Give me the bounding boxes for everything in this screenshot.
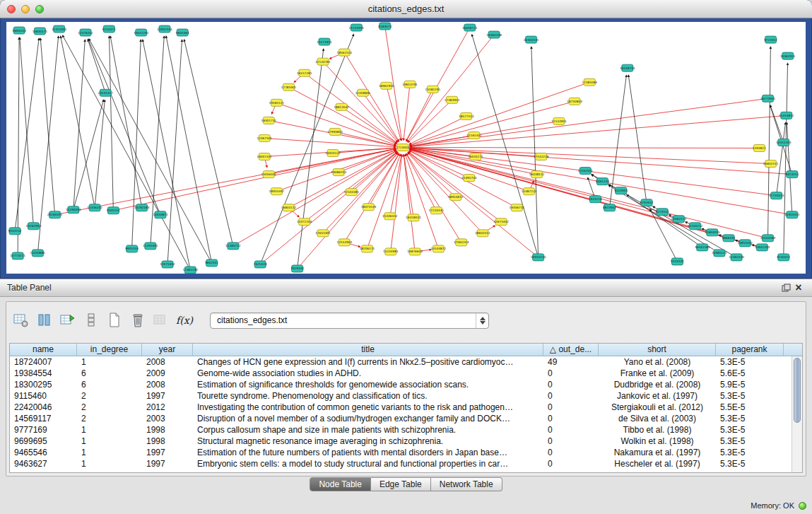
graph-node[interactable]: 17062203 bbox=[454, 239, 469, 246]
graph-node[interactable]: 9313251 bbox=[785, 171, 799, 178]
graph-node[interactable]: 9505151 bbox=[107, 207, 120, 214]
graph-node[interactable]: 16648721 bbox=[462, 24, 478, 31]
column-header-short[interactable]: short bbox=[599, 344, 716, 356]
graph-node[interactable]: 9723412 bbox=[764, 36, 777, 43]
graph-node[interactable]: 17485083 bbox=[582, 78, 598, 86]
function-builder-icon[interactable]: f(x) bbox=[175, 310, 194, 330]
graph-node[interactable]: 9123904 bbox=[614, 187, 628, 194]
graph-node[interactable]: 17542218 bbox=[534, 153, 549, 160]
graph-node[interactable]: 1724004 bbox=[396, 144, 410, 151]
table-row[interactable]: 911546021997Tourette syndrome. Phenomeno… bbox=[10, 390, 792, 402]
graph-node[interactable]: 9245031 bbox=[671, 258, 684, 265]
graph-node[interactable]: 12455103 bbox=[776, 139, 792, 146]
graph-node[interactable]: 16007437 bbox=[257, 153, 272, 160]
graph-node[interactable]: 16042183 bbox=[695, 244, 710, 251]
graph-node[interactable]: 16945210 bbox=[531, 254, 546, 261]
graph-node[interactable]: 12367501 bbox=[257, 134, 272, 141]
graph-node[interactable]: 10462951 bbox=[780, 52, 796, 59]
graph-node[interactable]: 18955497 bbox=[269, 188, 285, 195]
graph-node[interactable]: 12043881 bbox=[30, 250, 46, 257]
graph-node[interactable]: 19356711 bbox=[510, 204, 525, 211]
graph-node[interactable]: 12162041 bbox=[577, 168, 593, 175]
graph-node[interactable]: 9273551 bbox=[656, 209, 669, 216]
graph-node[interactable]: 19086703 bbox=[331, 169, 346, 176]
graph-node[interactable]: 18301751 bbox=[261, 117, 277, 124]
graph-node[interactable]: 15290094 bbox=[66, 206, 81, 214]
graph-node[interactable]: 6791912 bbox=[640, 199, 654, 206]
graph-node[interactable]: 16044271 bbox=[468, 153, 483, 160]
graph-node[interactable]: 12675402 bbox=[493, 218, 509, 226]
graph-node[interactable]: 10641292 bbox=[134, 29, 149, 36]
graph-node[interactable]: 11544901 bbox=[551, 117, 567, 124]
table-row[interactable]: 1830029562008Estimation of significance … bbox=[10, 379, 792, 390]
graph-node[interactable]: 15582291 bbox=[425, 86, 441, 93]
graph-node[interactable]: 11462530 bbox=[729, 254, 744, 261]
scrollbar-thumb[interactable] bbox=[794, 358, 801, 423]
graph-node[interactable]: 11456202 bbox=[87, 204, 102, 211]
graph-node[interactable]: 16273941 bbox=[760, 95, 776, 102]
graph-node[interactable]: 17483901 bbox=[445, 96, 460, 103]
graph-node[interactable]: 20531427 bbox=[98, 89, 113, 96]
column-header-title[interactable]: title bbox=[193, 344, 543, 356]
graph-node[interactable]: 11842203 bbox=[755, 244, 770, 251]
graph-node[interactable]: 10292184 bbox=[134, 204, 150, 211]
graph-node[interactable]: 15372104 bbox=[297, 218, 312, 226]
graph-node[interactable]: 16832511 bbox=[763, 160, 779, 168]
close-panel-icon[interactable]: × bbox=[792, 282, 805, 293]
graph-node[interactable]: 14534872 bbox=[431, 245, 447, 252]
column-header-year[interactable]: year bbox=[142, 344, 193, 356]
graph-node[interactable]: 16876603 bbox=[407, 248, 423, 255]
graph-node[interactable]: 16038112 bbox=[529, 171, 545, 178]
table-row[interactable]: 977716911998Corpus callosum shape and si… bbox=[10, 424, 792, 436]
graph-node[interactable]: 15487223 bbox=[522, 188, 537, 195]
graph-node[interactable]: 18075519 bbox=[361, 204, 377, 211]
graph-node[interactable]: 8873942 bbox=[603, 204, 616, 211]
graph-node[interactable]: 10310452 bbox=[784, 211, 800, 218]
graph-node[interactable]: 8183074 bbox=[378, 23, 392, 30]
graph-node[interactable]: 12694055 bbox=[705, 229, 720, 236]
graph-node[interactable]: 16164531 bbox=[524, 36, 539, 43]
graph-node[interactable]: 17710543 bbox=[769, 192, 784, 199]
graph-node[interactable]: 7943210 bbox=[589, 196, 602, 203]
graph-node[interactable]: 18206171 bbox=[360, 245, 375, 252]
table-row[interactable]: 1872400712008Changes of HCN gene express… bbox=[10, 356, 792, 368]
graph-node[interactable]: 16962910 bbox=[379, 82, 394, 89]
tab-edge-table[interactable]: Edge Table bbox=[371, 477, 431, 491]
column-header-pagerank[interactable]: pagerank bbox=[716, 344, 784, 356]
column-header-in_degree[interactable]: in_degree bbox=[77, 344, 142, 356]
graph-node[interactable]: 9334152 bbox=[8, 228, 22, 235]
graph-node[interactable]: 10773211 bbox=[10, 252, 25, 259]
table-row[interactable]: 946554611997Estimation of the future num… bbox=[10, 447, 792, 458]
window-titlebar[interactable]: citations_edges.txt bbox=[0, 0, 812, 18]
graph-node[interactable]: 10575402 bbox=[160, 261, 175, 268]
table-settings-icon[interactable] bbox=[12, 310, 30, 330]
table-row[interactable]: 1456911722003Disruption of a novel membe… bbox=[10, 413, 792, 424]
table-row[interactable]: 2242004622012Investigating the contribut… bbox=[10, 402, 792, 413]
graph-node[interactable]: 16920122 bbox=[325, 150, 341, 157]
graph-node[interactable]: 9850364 bbox=[176, 29, 189, 36]
graph-node[interactable]: 9662041 bbox=[205, 259, 218, 267]
graph-node[interactable]: 15723491 bbox=[349, 24, 365, 31]
graph-node[interactable]: 9245012 bbox=[777, 254, 790, 261]
graph-node[interactable]: 12365190 bbox=[183, 267, 199, 274]
graph-node[interactable]: 19448794 bbox=[620, 64, 635, 71]
graph-node[interactable]: 7619344 bbox=[290, 265, 304, 272]
graph-node[interactable]: 11295061 bbox=[143, 243, 158, 250]
graph-node[interactable]: 18604511 bbox=[475, 230, 490, 237]
graph-node[interactable]: 16844112 bbox=[281, 204, 297, 211]
rows-icon[interactable] bbox=[82, 310, 100, 330]
graph-node[interactable]: 15495704 bbox=[461, 175, 477, 182]
graph-node[interactable]: 20260591 bbox=[47, 211, 63, 218]
graph-node[interactable]: 10954432 bbox=[737, 240, 753, 247]
graph-node[interactable]: 12650871 bbox=[153, 211, 168, 218]
graph-node[interactable]: 18813542 bbox=[334, 103, 349, 110]
graph-node[interactable]: 12104583 bbox=[760, 235, 776, 242]
graph-node[interactable]: 1593821 bbox=[753, 144, 766, 151]
graph-node[interactable]: 9905133 bbox=[125, 245, 139, 252]
graph-node[interactable]: 19565121 bbox=[269, 99, 285, 106]
graph-node[interactable]: 10985222 bbox=[712, 250, 727, 257]
graph-node[interactable]: 12534481 bbox=[344, 189, 360, 196]
graph-node[interactable]: 11315092 bbox=[52, 25, 67, 33]
float-panel-icon[interactable] bbox=[779, 282, 792, 293]
graph-node[interactable]: 17993804 bbox=[327, 128, 343, 135]
